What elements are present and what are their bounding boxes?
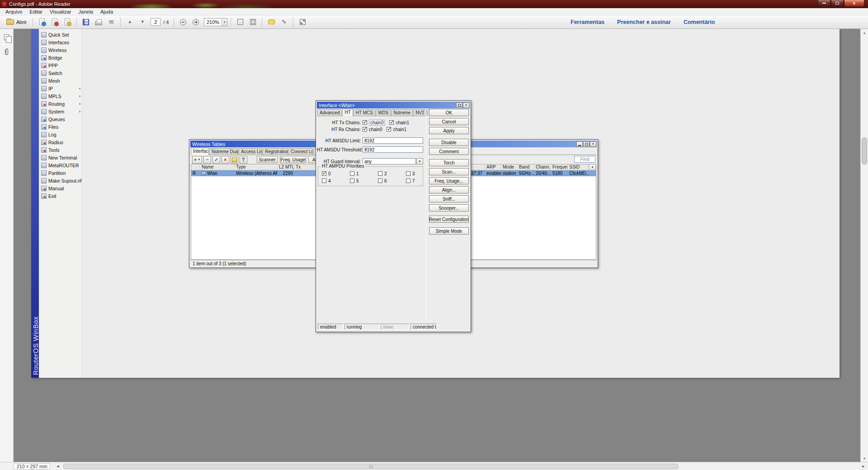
- priority-3-checkbox[interactable]: [406, 171, 410, 176]
- cancel-button[interactable]: Cancel: [429, 118, 469, 125]
- sidebar-item-partition[interactable]: Partition: [39, 169, 82, 177]
- menu-visualizar[interactable]: Visualizar: [46, 8, 75, 15]
- sidebar-item-quick-set[interactable]: Quick Set: [39, 31, 82, 38]
- sidebar-item-bridge[interactable]: Bridge: [39, 54, 82, 61]
- sidebar-item-mesh[interactable]: Mesh: [39, 77, 82, 85]
- tab-advanced[interactable]: Advanced: [317, 109, 342, 116]
- column-mode[interactable]: Mode: [501, 164, 518, 170]
- wt-maximize-button[interactable]: [583, 141, 590, 147]
- fullscreen-button[interactable]: [297, 17, 308, 28]
- tab-ht-mcs[interactable]: HT MCS: [354, 109, 375, 116]
- sidebar-item-interfaces[interactable]: Interfaces: [39, 38, 82, 46]
- ht-guard-interval-input[interactable]: [363, 158, 416, 164]
- enable-button[interactable]: ✓: [212, 156, 220, 164]
- document-canvas[interactable]: RouterOS WinBox Quick Set Interfaces Wir…: [14, 29, 860, 462]
- column-tx[interactable]: Tx: [294, 164, 312, 170]
- scroll-down-button[interactable]: ▼: [861, 455, 868, 462]
- simple-mode-button[interactable]: Simple Mode: [429, 227, 469, 235]
- priority-4-checkbox[interactable]: [322, 179, 326, 183]
- priority-1-checkbox[interactable]: [350, 171, 354, 176]
- reset-configuration-button[interactable]: Reset Configuration: [429, 216, 469, 223]
- attachments-button[interactable]: [1, 46, 12, 57]
- ok-button[interactable]: OK: [429, 109, 469, 116]
- page-number-input[interactable]: [151, 18, 160, 26]
- window-titlebar[interactable]: Configs.pdf - Adobe Reader ×: [0, 0, 868, 8]
- tab-wds[interactable]: WDS: [376, 109, 391, 116]
- filter-button[interactable]: [240, 156, 247, 164]
- disable-button[interactable]: ×: [222, 156, 229, 164]
- column-arp[interactable]: ARP: [485, 164, 501, 170]
- column-flags[interactable]: [191, 164, 200, 170]
- column-l2mtu[interactable]: L2 MTU: [278, 164, 294, 170]
- sidebar-item-exit[interactable]: Exit: [39, 192, 82, 200]
- column-uptime-partial[interactable]: [470, 164, 485, 170]
- remove-button[interactable]: −: [203, 156, 211, 164]
- sign-tool-button[interactable]: ✎: [278, 17, 290, 28]
- sniff-button[interactable]: Sniff...: [429, 195, 469, 202]
- sidebar-item-switch[interactable]: Switch: [39, 69, 82, 77]
- maximize-button[interactable]: [831, 0, 844, 7]
- comment-button[interactable]: [231, 156, 238, 164]
- scanner-button[interactable]: Scanner: [257, 156, 278, 163]
- email-button[interactable]: ✉: [105, 17, 117, 28]
- tab-interfaces[interactable]: Interfaces: [191, 148, 209, 155]
- priority-7-checkbox[interactable]: [406, 179, 410, 183]
- sidebar-item-metarouter[interactable]: MetaROUTER: [39, 161, 82, 169]
- freq-usage-button[interactable]: Freq. Usage: [280, 156, 306, 163]
- add-button[interactable]: +▼: [192, 156, 202, 164]
- fit-page-button[interactable]: [247, 17, 259, 28]
- tab-ht[interactable]: HT: [342, 109, 353, 116]
- vertical-scroll-thumb[interactable]: [862, 137, 867, 164]
- tx-chain0-checkbox[interactable]: [363, 120, 367, 125]
- previous-page-button[interactable]: ▲: [124, 17, 136, 28]
- torch-button[interactable]: Torch: [429, 159, 469, 166]
- column-ssid[interactable]: SSID: [568, 164, 589, 170]
- column-type[interactable]: Type: [235, 164, 278, 170]
- horizontal-scroll-thumb[interactable]: [63, 464, 678, 469]
- sidebar-item-ppp[interactable]: PPP: [39, 61, 82, 69]
- sidebar-item-log[interactable]: Log: [39, 131, 82, 138]
- cloud-services-button[interactable]: [36, 17, 48, 28]
- column-band[interactable]: Band: [518, 164, 534, 170]
- ht-amsdu-limit-input[interactable]: [363, 137, 423, 144]
- fill-sign-panel-button[interactable]: Preencher e assinar: [617, 19, 671, 25]
- tab-access-list[interactable]: Access List: [239, 148, 262, 155]
- align-button[interactable]: Align...: [429, 186, 469, 193]
- tab-connect-list[interactable]: Connect List: [288, 148, 313, 155]
- zoom-in-button[interactable]: [190, 17, 202, 28]
- ht-amsdu-threshold-input[interactable]: [363, 146, 423, 153]
- apply-button[interactable]: Apply: [429, 127, 469, 134]
- rx-chain0-checkbox[interactable]: [363, 127, 367, 132]
- tab-nv2[interactable]: NV2: [413, 109, 426, 116]
- menu-editar[interactable]: Editar: [26, 8, 46, 15]
- tools-panel-button[interactable]: Ferramentas: [571, 19, 604, 25]
- priority-5-checkbox[interactable]: [350, 179, 354, 183]
- tab-registration[interactable]: Registration: [263, 148, 288, 155]
- next-page-button[interactable]: ▼: [137, 17, 148, 28]
- close-button[interactable]: ×: [844, 0, 864, 7]
- guard-interval-dropdown-button[interactable]: ▼: [416, 158, 423, 164]
- scroll-up-button[interactable]: ▲: [861, 29, 868, 36]
- tx-chain1-checkbox[interactable]: [389, 120, 394, 125]
- column-selector-button[interactable]: ▼: [589, 164, 596, 170]
- rx-chain1-checkbox[interactable]: [387, 127, 391, 132]
- print-button[interactable]: [93, 17, 104, 28]
- column-channel[interactable]: Chann...: [534, 164, 551, 170]
- find-input[interactable]: [574, 156, 595, 163]
- tab-nstreme[interactable]: Nstreme: [391, 109, 413, 116]
- sidebar-item-manual[interactable]: Manual: [39, 184, 82, 192]
- fit-width-button[interactable]: [234, 17, 246, 28]
- wt-close-button[interactable]: ×: [590, 141, 596, 147]
- vertical-scrollbar[interactable]: ▲ ▼: [860, 29, 868, 462]
- scroll-right-button[interactable]: ▶: [860, 463, 867, 470]
- sidebar-item-ip[interactable]: IP▸: [39, 85, 82, 92]
- page-thumbnails-button[interactable]: [1, 32, 12, 42]
- sidebar-item-wireless[interactable]: Wireless: [39, 46, 82, 54]
- scan-button[interactable]: Scan...: [429, 168, 469, 175]
- column-name[interactable]: Name: [200, 164, 235, 170]
- dialog-close-button[interactable]: ×: [463, 103, 469, 108]
- menu-janela[interactable]: Janela: [75, 8, 97, 15]
- zoom-level-select[interactable]: 210% ▼: [204, 18, 227, 26]
- dialog-titlebar[interactable]: Interface <Wlan> ×: [317, 102, 470, 108]
- freq-usage-button[interactable]: Freq. Usage...: [429, 177, 469, 184]
